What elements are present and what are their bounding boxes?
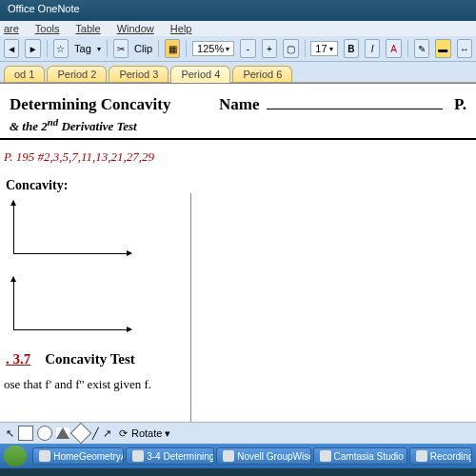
triangle-shape-icon[interactable]: [56, 427, 69, 439]
tab-period3[interactable]: Period 3: [109, 66, 169, 82]
start-button[interactable]: [4, 446, 27, 466]
title-rule: [0, 138, 476, 140]
windows-taskbar: HomeGeometryAlg... 3-4 Determining C... …: [0, 444, 476, 468]
italic-button[interactable]: I: [365, 39, 380, 58]
page-icon[interactable]: ▢: [283, 39, 298, 58]
zoom-combo[interactable]: 125%▾: [192, 41, 234, 56]
zoom-out-button[interactable]: -: [240, 39, 255, 58]
app-icon: [416, 450, 427, 462]
app-icon: [39, 450, 50, 462]
chevron-down-icon[interactable]: ▾: [97, 45, 101, 53]
period-label: P.: [454, 95, 466, 114]
menu-item[interactable]: are: [4, 23, 19, 34]
line-shape-icon[interactable]: ╱: [92, 427, 99, 440]
taskbar-item[interactable]: Novell GroupWise - ...: [216, 447, 310, 465]
pen-icon[interactable]: ✎: [414, 39, 429, 58]
title-bar: Office OneNote: [0, 0, 476, 21]
rotate-icon[interactable]: ⟳: [119, 427, 128, 440]
taskbar-item[interactable]: Recording...: [409, 447, 472, 465]
page-subtitle: & the 2nd Derivative Test: [10, 116, 476, 134]
tag-label[interactable]: Tag: [74, 43, 91, 54]
drawing-toolbar: ↖ ╱ ↗ ⟳ Rotate ▾: [0, 422, 476, 444]
bold-button[interactable]: B: [344, 39, 359, 58]
concavity-heading: Concavity:: [6, 178, 476, 193]
forward-button[interactable]: ►: [25, 39, 40, 58]
taskbar-item[interactable]: HomeGeometryAlg...: [32, 447, 124, 465]
arrow-shape-icon[interactable]: ↗: [103, 427, 111, 440]
tab-period1[interactable]: od 1: [4, 66, 45, 82]
name-blank-line: [267, 95, 442, 109]
arrows-icon[interactable]: ↔: [457, 39, 472, 58]
fontsize-combo[interactable]: 17▾: [310, 41, 337, 56]
clip-label[interactable]: Clip: [134, 43, 152, 54]
app-title: Office OneNote: [8, 3, 80, 14]
pointer-icon[interactable]: ↖: [6, 427, 14, 440]
menu-bar: are Tools Table Window Help: [0, 21, 476, 36]
font-color-button[interactable]: A: [386, 39, 401, 58]
menu-item[interactable]: Tools: [35, 23, 60, 34]
axes-graph-1: [8, 201, 131, 260]
tab-period4[interactable]: Period 4: [170, 66, 230, 83]
taskbar-item[interactable]: 3-4 Determining C...: [126, 447, 214, 465]
menu-item[interactable]: Window: [117, 23, 154, 34]
section-tabs: od 1 Period 2 Period 3 Period 4 Period 6: [0, 62, 476, 83]
section-3-7-heading: . 3.7 Concavity Test: [6, 351, 476, 367]
tab-period6[interactable]: Period 6: [232, 66, 292, 82]
star-icon[interactable]: ☆: [53, 39, 69, 58]
app-icon: [320, 450, 331, 462]
homework-assignment: P. 195 #2,3,5,7,11,13,21,27,29: [4, 149, 476, 165]
menu-item[interactable]: Help: [170, 23, 192, 34]
menu-item[interactable]: Table: [75, 23, 100, 34]
oval-shape-icon[interactable]: [37, 426, 52, 441]
rect-shape-icon[interactable]: [18, 426, 33, 441]
rotate-label[interactable]: Rotate ▾: [131, 427, 170, 440]
zoom-in-button[interactable]: +: [262, 39, 277, 58]
app-icon: [132, 450, 144, 462]
tab-period2[interactable]: Period 2: [47, 66, 107, 82]
highlight-icon[interactable]: ▦: [165, 39, 180, 58]
page-canvas[interactable]: Determining Concavity Name P. & the 2nd …: [0, 83, 476, 422]
page-title: Determining Concavity: [10, 95, 190, 114]
main-toolbar: ◄ ► ☆ Tag▾ ✂ Clip ▦ 125%▾ - + ▢ 17▾ B I …: [0, 36, 476, 62]
app-icon: [223, 450, 234, 462]
clip-icon[interactable]: ✂: [113, 39, 129, 58]
diamond-shape-icon[interactable]: [70, 423, 92, 445]
theorem-text: ose that f' and f'' exist given f.: [4, 377, 476, 392]
highlighter-icon[interactable]: ▬: [435, 39, 450, 58]
axes-graph-2: [8, 277, 131, 336]
name-label: Name: [219, 95, 259, 114]
back-button[interactable]: ◄: [4, 39, 19, 58]
vertical-divider: [190, 193, 191, 422]
taskbar-item[interactable]: Camtasia Studio - U...: [313, 447, 407, 465]
